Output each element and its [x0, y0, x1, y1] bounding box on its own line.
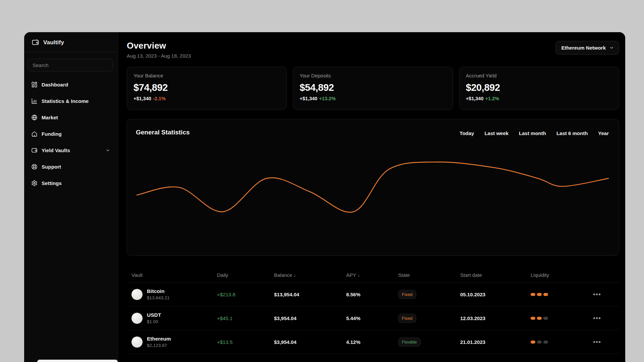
app-name: Vaultify [43, 39, 64, 46]
sidebar-item-label: Yield Vaults [42, 147, 70, 153]
sidebar-item-market[interactable]: Market [24, 110, 118, 125]
liquidity-cell [526, 317, 586, 320]
row-menu-button[interactable]: ••• [586, 314, 619, 322]
change-percent: +13.2% [319, 96, 336, 101]
sidebar-bottom-card [37, 360, 118, 362]
date-range: Aug 13, 2023 - Aug 18, 2023 [127, 53, 619, 59]
liquidity-indicator [531, 341, 586, 344]
search-box[interactable] [28, 59, 113, 71]
sidebar-item-yield-vaults[interactable]: Yield Vaults [24, 143, 118, 158]
stat-card-deposits: Your Deposits $54,892 +$1,340+13.2% [293, 67, 453, 110]
stat-card-label: Accrued Yield [466, 73, 612, 78]
vault-name: Bitcoin [147, 288, 170, 294]
liquidity-indicator [531, 317, 586, 320]
row-menu-button[interactable]: ••• [586, 338, 619, 346]
state-badge: Fixed [398, 314, 416, 323]
vault-price: $13,643.21 [147, 295, 170, 300]
balance-value: $13,954.04 [269, 292, 341, 297]
gear-icon [31, 180, 38, 186]
sidebar: Vaultify Dashboard Statistics & Income M… [24, 32, 118, 362]
lifebuoy-icon [31, 163, 38, 170]
column-liquidity[interactable]: Liquidity [526, 272, 586, 278]
state-badge: Fixed [398, 290, 416, 299]
sidebar-item-statistics-income[interactable]: Statistics & Income [24, 94, 118, 108]
vault-cell: Ethereum $2,123.87 [127, 336, 212, 348]
apy-value: 5.44% [341, 315, 393, 321]
table-row-bitcoin[interactable]: Bitcoin $13,643.21 +$213.8 $13,954.04 8.… [127, 283, 619, 306]
sidebar-item-funding[interactable]: Funding [24, 126, 118, 141]
sidebar-item-settings[interactable]: Settings [24, 176, 118, 190]
app-logo: Vaultify [24, 32, 118, 52]
search-input[interactable] [33, 62, 108, 68]
vault-avatar [131, 289, 143, 300]
liquidity-cell [526, 293, 586, 296]
vaults-table: Vault Daily Balance↓ APY↓ State Start da… [127, 268, 619, 354]
daily-change: +$45.1 [212, 315, 269, 321]
vault-price: $1.00 [147, 319, 161, 324]
network-selector-label: Ethereum Network [561, 45, 606, 51]
globe-icon [31, 114, 38, 121]
network-selector-button[interactable]: Ethereum Network [555, 41, 619, 55]
apy-value: 4.12% [341, 339, 393, 345]
change-amount: +$1,340 [300, 96, 317, 101]
main-content: Overview Aug 13, 2023 - Aug 18, 2023 Eth… [118, 32, 625, 362]
sort-descending-icon[interactable]: ↓ [293, 273, 296, 278]
daily-change: +$13.5 [212, 339, 269, 345]
stat-card-value: $54,892 [300, 82, 446, 93]
sidebar-item-dashboard[interactable]: Dashboard [24, 77, 118, 92]
table-row-usdt[interactable]: USDT $1.00 +$45.1 $3,954.04 5.44% Fixed … [127, 306, 619, 330]
vault-avatar [131, 337, 143, 348]
change-percent: -2.1% [153, 96, 166, 101]
liquidity-cell [526, 341, 586, 344]
stat-card-balance: Your Balance $74,892 +$1,340-2.1% [127, 67, 287, 110]
sidebar-item-support[interactable]: Support [24, 159, 118, 174]
vault-cell: Bitcoin $13,643.21 [127, 288, 212, 300]
dashboard-grid-icon [31, 81, 38, 88]
row-menu-button[interactable]: ••• [586, 291, 619, 298]
page-title: Overview [127, 41, 619, 51]
vault-price: $2,123.87 [147, 343, 171, 348]
sidebar-item-label: Settings [42, 180, 62, 186]
start-date: 12.03.2023 [455, 315, 526, 321]
change-percent: +1.2% [485, 96, 499, 101]
apy-value: 8.56% [341, 292, 393, 297]
column-balance[interactable]: Balance↓ [269, 272, 341, 278]
stat-card-change: +$1,340+1.2% [466, 96, 612, 101]
general-statistics-panel: General Statistics Today Last week Last … [127, 119, 619, 256]
table-row-ethereum[interactable]: Ethereum $2,123.87 +$13.5 $3,954.04 4.12… [127, 330, 619, 354]
balance-value: $3,954.04 [269, 339, 341, 345]
column-vault[interactable]: Vault [127, 272, 212, 278]
sidebar-nav: Dashboard Statistics & Income Market Fun… [24, 77, 118, 190]
stat-cards-row: Your Balance $74,892 +$1,340-2.1% Your D… [127, 67, 619, 110]
state-cell: Fixed [393, 314, 455, 323]
sort-descending-icon[interactable]: ↓ [358, 273, 360, 278]
vault-cell: USDT $1.00 [127, 312, 212, 324]
stat-card-label: Your Deposits [300, 73, 446, 78]
daily-change: +$213.8 [212, 292, 269, 297]
chart-bar-icon [31, 98, 38, 104]
column-daily[interactable]: Daily [212, 272, 269, 278]
stat-card-change: +$1,340+13.2% [300, 96, 446, 101]
table-header-row: Vault Daily Balance↓ APY↓ State Start da… [127, 268, 619, 283]
state-cell: Flexible [393, 338, 455, 347]
start-date: 21.01.2023 [455, 339, 526, 345]
stat-card-change: +$1,340-2.1% [133, 96, 280, 101]
vault-avatar [131, 313, 143, 324]
wallet-icon [31, 147, 38, 154]
sidebar-item-label: Funding [42, 131, 62, 137]
sidebar-item-label: Dashboard [42, 82, 68, 87]
line-chart [127, 119, 619, 255]
column-apy[interactable]: APY↓ [341, 272, 393, 278]
sidebar-item-label: Statistics & Income [42, 98, 89, 104]
change-amount: +$1,340 [466, 96, 484, 101]
sidebar-divider [24, 52, 118, 52]
state-cell: Fixed [393, 290, 455, 299]
chevron-down-icon[interactable] [105, 148, 110, 153]
column-state[interactable]: State [393, 272, 455, 278]
stat-card-accrued-yield: Accrued Yield $20,892 +$1,340+1.2% [459, 67, 619, 110]
sidebar-item-label: Support [42, 164, 61, 170]
column-start-date[interactable]: Start date [455, 272, 526, 278]
chevron-down-icon [609, 45, 614, 50]
app-window: Vaultify Dashboard Statistics & Income M… [24, 32, 625, 362]
vault-name: USDT [147, 312, 161, 318]
